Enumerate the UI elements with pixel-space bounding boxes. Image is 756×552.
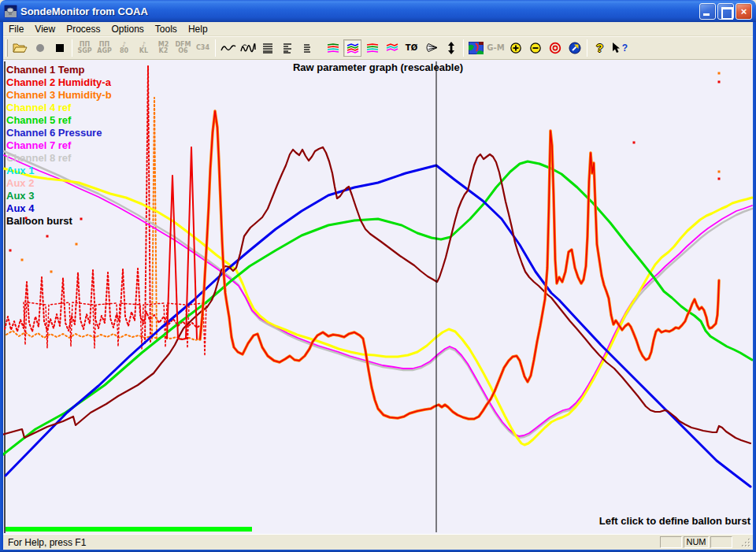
minimize-button[interactable] bbox=[699, 3, 716, 20]
balloon-release-icon bbox=[427, 44, 437, 52]
stop-button[interactable] bbox=[50, 39, 69, 57]
window-border-right bbox=[753, 22, 756, 552]
multichannel-graph-icon bbox=[347, 44, 358, 53]
record-button bbox=[31, 39, 49, 57]
legend-channel-5-ref: Channel 5 ref bbox=[6, 114, 112, 127]
lines-left-icon bbox=[284, 44, 291, 53]
context-help-button[interactable]: ? bbox=[610, 39, 628, 57]
lines-short-button[interactable] bbox=[298, 39, 316, 57]
sonde-kl-button-label: ♪KL bbox=[139, 42, 148, 54]
context-help-icon bbox=[613, 43, 620, 53]
sonde-80-button-label: ♪80 bbox=[120, 42, 128, 54]
app-window: SondeMonitor from COAA × FileViewProcess… bbox=[0, 0, 756, 552]
compass-icon bbox=[569, 43, 580, 54]
lines-short-icon bbox=[304, 45, 310, 52]
menu-tools[interactable]: Tools bbox=[150, 23, 183, 35]
compass-button[interactable] bbox=[565, 39, 584, 57]
series-ch3-main bbox=[200, 111, 719, 419]
gm-map-button[interactable] bbox=[467, 39, 485, 57]
graph-title: Raw parameter graph (rescaleable) bbox=[3, 61, 753, 73]
zoom-in-button[interactable] bbox=[506, 39, 524, 57]
rescale-vertical-button[interactable] bbox=[442, 39, 460, 57]
multichannel-graph-icon bbox=[387, 44, 398, 50]
ch3-stray-dots bbox=[21, 259, 24, 261]
open-file-button[interactable] bbox=[11, 39, 29, 57]
zoom-out-icon bbox=[530, 43, 539, 52]
target-icon bbox=[550, 43, 560, 53]
graph-canvas[interactable]: Raw parameter graph (rescaleable) Channe… bbox=[3, 60, 753, 534]
multi-wave-icon bbox=[241, 43, 255, 51]
close-button[interactable]: × bbox=[736, 3, 752, 20]
toolbar-separator bbox=[72, 39, 72, 57]
status-indicator-empty-2 bbox=[710, 536, 732, 548]
stop-icon bbox=[56, 44, 64, 52]
channel-legend: Channel 1 TempChannel 2 Humidity-aChanne… bbox=[6, 64, 112, 228]
menu-view[interactable]: View bbox=[29, 23, 61, 35]
temp-zero-button[interactable]: TØ bbox=[402, 39, 421, 57]
menu-bar: FileViewProcessOptionsToolsHelp bbox=[3, 22, 753, 36]
lines-full-button[interactable] bbox=[258, 39, 276, 57]
menu-help[interactable]: Help bbox=[183, 23, 213, 35]
lines-stack-icon bbox=[263, 44, 272, 53]
series-ch3-noise-baseline bbox=[6, 331, 200, 340]
agp-sonde-button: ППAGP bbox=[95, 39, 113, 57]
multichannel-graph-icon bbox=[367, 44, 378, 52]
lines-left-button[interactable] bbox=[278, 39, 296, 57]
status-bar: For Help, press F1 NUM bbox=[3, 534, 753, 550]
series-ch2-core bbox=[200, 111, 719, 419]
legend-channel-2-humidity-a: Channel 2 Humidity-a bbox=[6, 76, 112, 89]
toolbar-grip[interactable] bbox=[6, 39, 8, 57]
help-icon: ? bbox=[596, 41, 603, 54]
sonde-c34-button-label: C34 bbox=[196, 45, 209, 51]
status-indicator-num: NUM bbox=[684, 536, 709, 548]
series-ch4-ref bbox=[4, 169, 752, 445]
toolbar-separator bbox=[463, 39, 464, 57]
series-ch2-noise-tails bbox=[24, 302, 206, 356]
multi-waveform-button[interactable] bbox=[239, 39, 257, 57]
record-icon bbox=[36, 44, 44, 52]
sonde-kl-button: ♪KL bbox=[135, 39, 153, 57]
waveform-button[interactable] bbox=[219, 39, 237, 57]
app-icon bbox=[4, 5, 17, 18]
ch2-stray-dots bbox=[46, 235, 49, 238]
sonde-c34-button: C34 bbox=[194, 39, 212, 57]
resize-grip[interactable] bbox=[741, 538, 751, 548]
filtered-graph-button[interactable] bbox=[383, 39, 401, 57]
legend-channel-6-pressure: Channel 6 Pressure bbox=[6, 127, 112, 139]
gm-mode-button: G-M bbox=[487, 39, 505, 57]
sgp-sonde-button: ППSGP bbox=[76, 39, 94, 57]
balloon-burst-hint: Left click to define ballon burst bbox=[599, 515, 750, 527]
scaled-graph-button[interactable] bbox=[343, 39, 361, 57]
balloon-release-button[interactable] bbox=[422, 39, 440, 57]
legend-aux-1: Aux 1 bbox=[6, 165, 112, 177]
maximize-button[interactable] bbox=[717, 3, 734, 20]
menu-options[interactable]: Options bbox=[106, 23, 150, 35]
raw-parameter-chart bbox=[3, 60, 753, 534]
zoom-out-button[interactable] bbox=[526, 39, 544, 57]
target-button[interactable] bbox=[546, 39, 564, 57]
menu-process[interactable]: Process bbox=[61, 23, 106, 35]
legend-channel-3-humidity-b: Channel 3 Humidity-b bbox=[6, 89, 112, 102]
sonde-dfm06-button: DFMO6 bbox=[174, 39, 192, 57]
context-help-question: ? bbox=[622, 43, 628, 54]
legend-aux-4: Aux 4 bbox=[6, 202, 112, 215]
ch3-stray-dots bbox=[50, 271, 53, 273]
series-ch3-spike-dotted bbox=[152, 98, 157, 339]
toolbar-separator bbox=[587, 39, 587, 57]
updown-arrow-icon bbox=[448, 42, 454, 54]
multichannel-graph-icon bbox=[328, 44, 339, 52]
ch2-stray-dots bbox=[9, 250, 12, 252]
series-ch2-noise-sawtooth bbox=[5, 269, 202, 332]
title-bar[interactable]: SondeMonitor from COAA × bbox=[0, 0, 756, 22]
window-title: SondeMonitor from COAA bbox=[20, 6, 699, 17]
legend-channel-8-ref: Channel 8 ref bbox=[6, 152, 112, 165]
temp-zero-button-label: TØ bbox=[406, 43, 417, 52]
raw-graph-button[interactable] bbox=[324, 39, 342, 57]
legend-aux-3: Aux 3 bbox=[6, 190, 112, 202]
menu-file[interactable]: File bbox=[3, 23, 29, 35]
calibrated-graph-button[interactable] bbox=[363, 39, 381, 57]
ch2-stray-dots bbox=[633, 142, 636, 144]
status-indicator-empty-0 bbox=[660, 536, 682, 548]
agp-sonde-button-label: ППAGP bbox=[97, 42, 112, 54]
help-button[interactable]: ? bbox=[591, 39, 609, 57]
